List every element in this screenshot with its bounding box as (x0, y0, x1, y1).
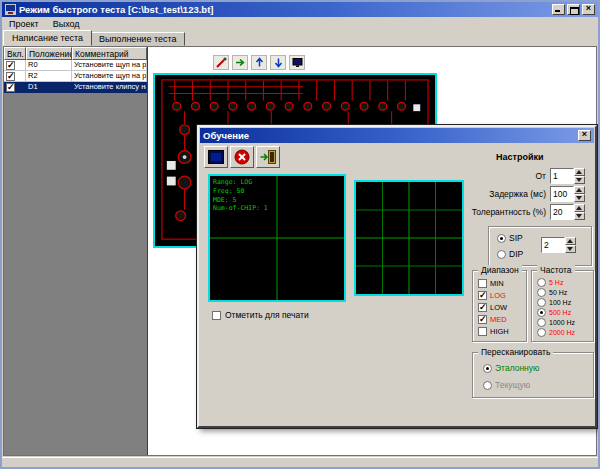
radio-50hz[interactable]: 50 Hz (537, 288, 567, 297)
radio-current[interactable]: Текущую (483, 380, 530, 390)
pin-count-spinner[interactable]: 2 (541, 237, 576, 253)
checkbox-label: MIN (490, 279, 504, 288)
checkbox-med[interactable]: MED (478, 315, 507, 324)
spinner-value[interactable]: 2 (541, 237, 565, 253)
spinner-value[interactable]: 1 (550, 168, 574, 184)
scope-info-line: Num-of-CHIP: 1 (213, 204, 268, 213)
screen-button[interactable] (204, 146, 228, 168)
tab-run-test[interactable]: Выполнение теста (90, 32, 185, 46)
radio-icon (537, 318, 546, 327)
arrow-down-icon[interactable] (270, 55, 286, 70)
table-row[interactable]: D1 Установите клипсу на мик... (4, 82, 147, 93)
probe-glyph (216, 57, 227, 68)
column-header-position[interactable]: Положение (26, 47, 72, 60)
scope-info-line: Freq: 50 (213, 187, 268, 196)
menu-exit[interactable]: Выход (46, 19, 87, 29)
radio-100hz[interactable]: 100 Hz (537, 298, 571, 307)
tolerance-label: Толерантность (%) (464, 207, 546, 217)
current-scope[interactable] (354, 180, 464, 296)
exit-button[interactable] (256, 146, 280, 168)
spinner-buttons (574, 186, 585, 202)
radio-5hz[interactable]: 5 Hz (537, 278, 563, 287)
spinner-buttons (565, 237, 576, 253)
scope-info-line: Range: LOG (213, 178, 268, 187)
screen-icon[interactable] (289, 55, 305, 70)
checkbox-label: LOW (490, 303, 507, 312)
from-label: От (464, 171, 546, 181)
reference-scope[interactable]: Range: LOG Freq: 50 MDE: 5 Num-of-CHIP: … (208, 174, 346, 302)
radio-dip[interactable]: DIP (497, 249, 523, 259)
row-comment: Установите клипсу на мик... (72, 82, 147, 93)
dialog-titlebar[interactable]: Обучение (200, 128, 594, 143)
arrow-right-glyph (235, 57, 246, 68)
spin-down-icon[interactable] (574, 212, 585, 220)
row-position: R0 (26, 60, 72, 71)
radio-label: 100 Hz (549, 299, 571, 306)
close-button[interactable] (582, 4, 595, 15)
abort-button[interactable] (230, 146, 254, 168)
spin-up-icon[interactable] (565, 237, 576, 245)
menu-project[interactable]: Проект (2, 19, 46, 29)
spin-up-icon[interactable] (574, 204, 585, 212)
print-checkbox-row[interactable]: Отметить для печати (212, 310, 309, 320)
spin-up-icon[interactable] (574, 168, 585, 176)
app-icon (5, 4, 16, 15)
menu-bar: Проект Выход (2, 17, 598, 30)
scope-info-line: MDE: 5 (213, 196, 268, 205)
spin-down-icon[interactable] (565, 245, 576, 253)
settings-title: Настройки (496, 152, 543, 162)
exit-button-glyph (260, 150, 276, 164)
probe-icon[interactable] (213, 55, 229, 70)
arrow-up-icon[interactable] (251, 55, 267, 70)
from-spinner[interactable]: 1 (550, 168, 585, 184)
print-checkbox[interactable] (212, 311, 221, 320)
arrow-right-icon[interactable] (232, 55, 248, 70)
tab-strip: Написание теста Выполнение теста (2, 30, 598, 46)
tolerance-spinner[interactable]: 20 (550, 204, 585, 220)
table-row[interactable]: R2 Установите щуп на резист... (4, 71, 147, 82)
radio-reference[interactable]: Эталонную (483, 363, 539, 373)
rescan-group: Пересканировать Эталонную Текущую (472, 352, 594, 398)
radio-1000hz[interactable]: 1000 Hz (537, 318, 575, 327)
radio-500hz[interactable]: 500 Hz (537, 308, 571, 317)
arrow-down-glyph (273, 57, 284, 68)
range-group-title: Диапазон (478, 265, 522, 275)
row-checkbox[interactable] (6, 83, 15, 92)
spinner-value[interactable]: 20 (550, 204, 574, 220)
arrow-up-glyph (254, 57, 265, 68)
radio-label: 1000 Hz (549, 319, 575, 326)
radio-label: 50 Hz (549, 289, 567, 296)
checkbox-high[interactable]: HIGH (478, 327, 509, 336)
range-group: Диапазон MIN LOG LOW MED (472, 270, 527, 342)
dialog-close-button[interactable] (578, 130, 591, 141)
spin-up-icon[interactable] (574, 186, 585, 194)
radio-sip[interactable]: SIP (497, 233, 523, 243)
spinner-value[interactable]: 100 (550, 186, 574, 202)
checkbox-log[interactable]: LOG (478, 291, 506, 300)
checkbox-icon (478, 327, 487, 336)
radio-2000hz[interactable]: 2000 Hz (537, 328, 575, 337)
column-header-comment[interactable]: Комментарий (72, 47, 147, 60)
dialog-toolbar (204, 146, 280, 168)
row-checkbox[interactable] (6, 61, 15, 70)
minimize-button[interactable] (552, 4, 565, 15)
delay-spinner[interactable]: 100 (550, 186, 585, 202)
row-enabled-cell (4, 82, 26, 93)
window-titlebar[interactable]: Режим быстрого теста [C:\bst_test\123.bt… (2, 2, 598, 17)
table-row[interactable]: R0 Установите щуп на резист... (4, 60, 147, 71)
screen-glyph (292, 57, 303, 68)
spin-down-icon[interactable] (574, 176, 585, 184)
row-enabled-cell (4, 71, 26, 82)
spin-down-icon[interactable] (574, 194, 585, 202)
checkbox-low[interactable]: LOW (478, 303, 507, 312)
row-checkbox[interactable] (6, 72, 15, 81)
radio-icon (537, 298, 546, 307)
column-header-enabled[interactable]: Вкл. (4, 47, 26, 60)
maximize-button[interactable] (567, 4, 580, 15)
radio-label: DIP (509, 249, 523, 259)
training-dialog: Обучение (197, 125, 597, 428)
grid-empty-area[interactable] (4, 93, 147, 455)
checkbox-min[interactable]: MIN (478, 279, 504, 288)
dialog-body: Range: LOG Freq: 50 MDE: 5 Num-of-CHIP: … (200, 144, 594, 425)
tab-write-test[interactable]: Написание теста (3, 30, 92, 46)
